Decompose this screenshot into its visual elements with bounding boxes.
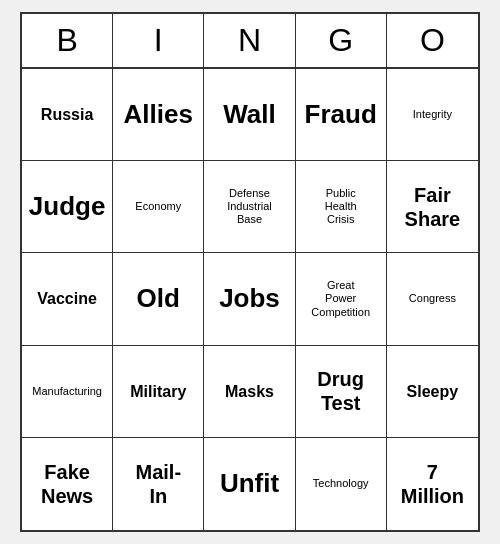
bingo-cell[interactable]: Integrity	[387, 69, 478, 161]
header-letter: B	[22, 14, 113, 67]
cell-text: Masks	[225, 382, 274, 401]
cell-text: Fake News	[41, 460, 93, 508]
bingo-cell[interactable]: Masks	[204, 346, 295, 438]
bingo-cell[interactable]: Russia	[22, 69, 113, 161]
bingo-cell[interactable]: Public Health Crisis	[296, 161, 387, 253]
header-letter: O	[387, 14, 478, 67]
bingo-header: BINGO	[22, 14, 478, 69]
cell-text: Great Power Competition	[311, 279, 370, 319]
bingo-cell[interactable]: Sleepy	[387, 346, 478, 438]
bingo-cell[interactable]: Old	[113, 253, 204, 345]
bingo-cell[interactable]: Defense Industrial Base	[204, 161, 295, 253]
cell-text: Manufacturing	[32, 385, 102, 398]
cell-text: Technology	[313, 477, 369, 490]
cell-text: Military	[130, 382, 186, 401]
header-letter: N	[204, 14, 295, 67]
cell-text: Fraud	[305, 99, 377, 130]
bingo-cell[interactable]: Economy	[113, 161, 204, 253]
bingo-cell[interactable]: Technology	[296, 438, 387, 530]
cell-text: Sleepy	[407, 382, 459, 401]
bingo-cell[interactable]: Allies	[113, 69, 204, 161]
cell-text: Public Health Crisis	[325, 187, 357, 227]
cell-text: Wall	[223, 99, 275, 130]
bingo-cell[interactable]: Congress	[387, 253, 478, 345]
bingo-cell[interactable]: Fake News	[22, 438, 113, 530]
bingo-cell[interactable]: Wall	[204, 69, 295, 161]
bingo-cell[interactable]: Great Power Competition	[296, 253, 387, 345]
cell-text: Russia	[41, 105, 93, 124]
cell-text: Jobs	[219, 283, 280, 314]
cell-text: Economy	[135, 200, 181, 213]
bingo-cell[interactable]: Unfit	[204, 438, 295, 530]
cell-text: Allies	[124, 99, 193, 130]
bingo-grid: RussiaAlliesWallFraudIntegrityJudgeEcono…	[22, 69, 478, 530]
cell-text: 7 Million	[401, 460, 464, 508]
cell-text: Unfit	[220, 468, 279, 499]
cell-text: Drug Test	[317, 367, 364, 415]
cell-text: Judge	[29, 191, 106, 222]
header-letter: I	[113, 14, 204, 67]
bingo-cell[interactable]: Judge	[22, 161, 113, 253]
cell-text: Vaccine	[37, 289, 97, 308]
bingo-cell[interactable]: Military	[113, 346, 204, 438]
cell-text: Integrity	[413, 108, 452, 121]
bingo-cell[interactable]: 7 Million	[387, 438, 478, 530]
bingo-card: BINGO RussiaAlliesWallFraudIntegrityJudg…	[20, 12, 480, 532]
bingo-cell[interactable]: Drug Test	[296, 346, 387, 438]
cell-text: Congress	[409, 292, 456, 305]
bingo-cell[interactable]: Fraud	[296, 69, 387, 161]
bingo-cell[interactable]: Jobs	[204, 253, 295, 345]
bingo-cell[interactable]: Mail- In	[113, 438, 204, 530]
bingo-cell[interactable]: Fair Share	[387, 161, 478, 253]
header-letter: G	[296, 14, 387, 67]
cell-text: Mail- In	[136, 460, 182, 508]
cell-text: Fair Share	[405, 183, 461, 231]
bingo-cell[interactable]: Manufacturing	[22, 346, 113, 438]
bingo-cell[interactable]: Vaccine	[22, 253, 113, 345]
cell-text: Defense Industrial Base	[227, 187, 272, 227]
cell-text: Old	[137, 283, 180, 314]
